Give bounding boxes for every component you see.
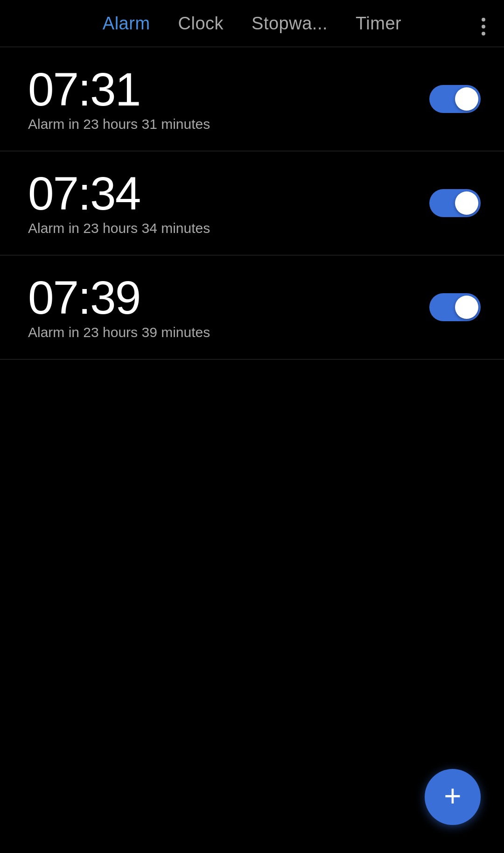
tab-timer[interactable]: Timer <box>342 4 415 43</box>
alarm-info-3: 07:39 Alarm in 23 hours 39 minutes <box>28 274 210 340</box>
alarm-label-2: Alarm in 23 hours 34 minutes <box>28 220 210 236</box>
alarm-label-1: Alarm in 23 hours 31 minutes <box>28 116 210 132</box>
tab-alarm[interactable]: Alarm <box>89 4 164 43</box>
alarm-info-2: 07:34 Alarm in 23 hours 34 minutes <box>28 170 210 236</box>
alarm-item-1[interactable]: 07:31 Alarm in 23 hours 31 minutes <box>0 47 504 151</box>
navigation-bar: Alarm Clock Stopwa... Timer <box>0 0 504 47</box>
alarm-label-3: Alarm in 23 hours 39 minutes <box>28 324 210 340</box>
alarm-toggle-1[interactable] <box>429 85 481 113</box>
toggle-thumb-2 <box>455 191 478 215</box>
alarm-time-3: 07:39 <box>28 274 210 321</box>
tab-clock[interactable]: Clock <box>164 4 238 43</box>
toggle-thumb-1 <box>455 87 478 111</box>
alarm-toggle-2[interactable] <box>429 189 481 217</box>
alarm-item-3[interactable]: 07:39 Alarm in 23 hours 39 minutes <box>0 255 504 359</box>
alarm-info-1: 07:31 Alarm in 23 hours 31 minutes <box>28 66 210 132</box>
tab-stopwatch[interactable]: Stopwa... <box>238 4 342 43</box>
alarm-toggle-3[interactable] <box>429 293 481 321</box>
alarm-item-2[interactable]: 07:34 Alarm in 23 hours 34 minutes <box>0 151 504 255</box>
alarm-time-2: 07:34 <box>28 170 210 217</box>
alarm-time-1: 07:31 <box>28 66 210 113</box>
divider-3 <box>0 359 504 360</box>
add-alarm-icon: + <box>444 781 461 811</box>
add-alarm-button[interactable]: + <box>425 769 481 825</box>
toggle-thumb-3 <box>455 296 478 319</box>
more-options-icon[interactable] <box>477 13 490 40</box>
